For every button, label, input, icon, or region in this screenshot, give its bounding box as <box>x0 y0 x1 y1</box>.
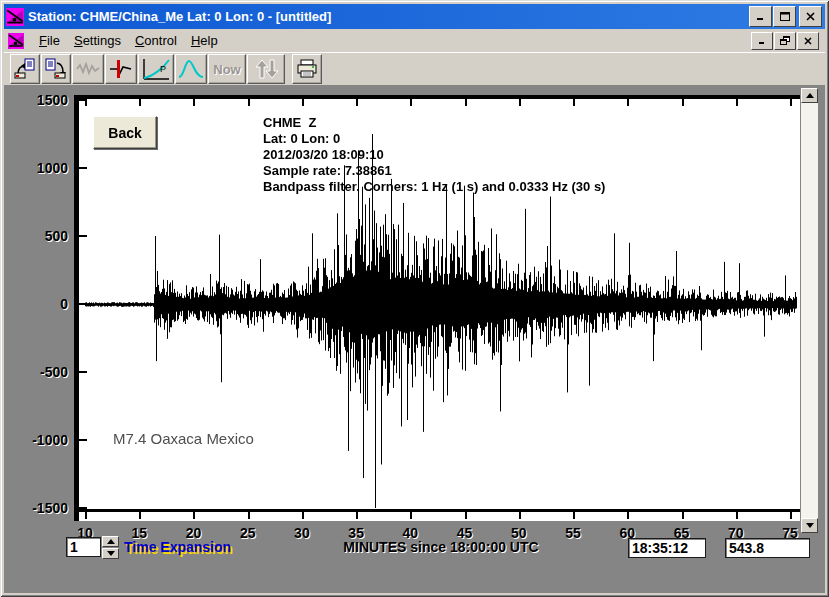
menu-help[interactable]: Help <box>184 31 225 50</box>
y-axis-tick-label: 0 <box>4 297 68 311</box>
event-annotation: M7.4 Oaxaca Mexico <box>113 430 254 447</box>
toolbar: P Now <box>4 52 825 85</box>
mdi-restore-button[interactable] <box>774 32 796 50</box>
svg-text:P: P <box>160 64 166 74</box>
up-triangle-icon <box>806 93 814 98</box>
now-button: Now <box>208 54 246 84</box>
open-file-icon <box>14 58 36 80</box>
y-axis-tick-label: -1500 <box>4 501 68 515</box>
pick-phase-icon <box>109 58 133 80</box>
close-button[interactable] <box>799 6 822 27</box>
minimize-icon <box>756 12 766 21</box>
menu-file[interactable]: File <box>32 31 67 50</box>
up-down-arrows-icon <box>252 58 280 80</box>
scrollbar-down-button[interactable] <box>801 518 818 533</box>
y-axis-tick-label: -1000 <box>4 433 68 447</box>
down-triangle-icon <box>107 551 115 556</box>
waveform-icon <box>76 59 100 79</box>
minimize-button[interactable] <box>749 6 772 27</box>
spinner-down-button[interactable] <box>102 548 119 559</box>
scrollbar-up-button[interactable] <box>801 88 818 103</box>
sample-rate-line: Sample rate: 7.38861 <box>263 163 605 179</box>
waveform-button <box>72 54 104 84</box>
mdi-close-button[interactable] <box>797 32 819 50</box>
y-axis-tick-label: 1500 <box>4 93 68 107</box>
application-window: Station: CHME/China_Me Lat: 0 Lon: 0 - [… <box>0 0 829 597</box>
bandpass-filter-line: Bandpass filter. Corners: 1 Hz (1 s) and… <box>263 179 605 195</box>
trace-header-text: CHME Z Lat: 0 Lon: 0 2012/03/20 18:09:10… <box>263 115 605 195</box>
x-axis-tick-label: 30 <box>280 525 324 541</box>
datetime-line: 2012/03/20 18:09:10 <box>263 147 605 163</box>
cursor-time-readout: 18:35:12 <box>628 538 706 558</box>
cursor-value-readout: 543.8 <box>725 538 810 558</box>
scroll-updown-button <box>247 54 285 84</box>
printer-icon <box>296 59 318 79</box>
menu-bar: File Settings Control Help <box>4 29 825 53</box>
y-axis-tick-label: 1000 <box>4 161 68 175</box>
time-expansion-label: Time Expansion <box>124 539 231 555</box>
seismograph-app-icon <box>6 8 24 26</box>
back-button[interactable]: Back <box>93 116 157 149</box>
save-file-icon <box>45 58 67 80</box>
lat-lon-line: Lat: 0 Lon: 0 <box>263 131 605 147</box>
down-triangle-icon <box>806 523 814 528</box>
title-bar[interactable]: Station: CHME/China_Me Lat: 0 Lon: 0 - [… <box>4 4 825 29</box>
maximize-button[interactable] <box>773 6 796 27</box>
save-file-button[interactable] <box>41 54 71 84</box>
y-axis-tick-label: -500 <box>4 365 68 379</box>
travel-time-curve-icon: P <box>142 57 170 81</box>
time-expansion-input[interactable]: 1 <box>66 537 101 557</box>
plot-client-area: 150010005000-500-1000-1500 1015202530354… <box>4 85 825 593</box>
restore-icon <box>780 36 790 45</box>
close-icon <box>806 12 815 21</box>
travel-time-button[interactable]: P <box>138 54 174 84</box>
print-button[interactable] <box>292 54 322 84</box>
menu-control[interactable]: Control <box>128 31 184 50</box>
x-axis-tick-label: 25 <box>226 525 270 541</box>
vertical-scrollbar[interactable] <box>801 88 818 533</box>
filter-curve-icon <box>178 58 204 80</box>
maximize-icon <box>780 12 790 21</box>
window-title: Station: CHME/China_Me Lat: 0 Lon: 0 - [… <box>28 9 748 24</box>
y-axis-tick-label: 500 <box>4 229 68 243</box>
x-axis-tick-label: 55 <box>551 525 595 541</box>
minimize-icon <box>758 37 767 45</box>
back-button-label: Back <box>108 125 141 141</box>
spinner-up-button[interactable] <box>102 536 119 547</box>
filter-button[interactable] <box>175 54 207 84</box>
up-triangle-icon <box>107 539 115 544</box>
close-icon <box>804 37 812 45</box>
open-file-button[interactable] <box>10 54 40 84</box>
x-axis-title: MINUTES since 18:00:00 UTC <box>343 539 538 555</box>
pick-phase-button[interactable] <box>105 54 137 84</box>
station-channel-line: CHME Z <box>263 115 605 131</box>
mdi-minimize-button[interactable] <box>751 32 773 50</box>
menu-settings[interactable]: Settings <box>67 31 128 50</box>
document-window-icon <box>8 33 24 49</box>
time-expansion-spinner <box>102 536 119 559</box>
